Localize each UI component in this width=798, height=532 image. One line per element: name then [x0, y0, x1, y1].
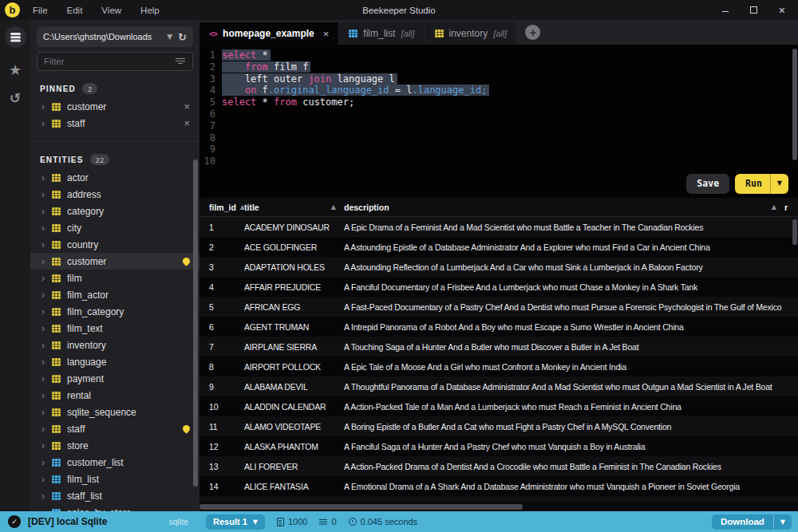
cell-description[interactable]: A Emotional Drama of a A Shark And a Dat…: [344, 482, 784, 491]
chevron-right-icon[interactable]: ›: [41, 172, 52, 183]
sidebar-item-city[interactable]: ›city: [30, 219, 200, 236]
table-row[interactable]: 4AFFAIR PREJUDICEA Fanciful Documentary …: [200, 277, 798, 297]
table-row[interactable]: 6AGENT TRUMANA Intrepid Panorama of a Ro…: [200, 317, 798, 337]
chevron-right-icon[interactable]: ›: [41, 223, 52, 234]
sidebar-item-customer[interactable]: ›customer: [30, 253, 200, 270]
run-options-caret-icon[interactable]: ▼: [770, 174, 788, 194]
cell-title[interactable]: ACE GOLDFINGER: [244, 242, 344, 252]
cell-film-id[interactable]: 3: [200, 262, 244, 272]
cell-description[interactable]: A Astounding Epistle of a Database Admin…: [344, 242, 784, 252]
chevron-right-icon[interactable]: ›: [41, 407, 52, 418]
chevron-right-icon[interactable]: ›: [41, 491, 52, 502]
cell-title[interactable]: AFFAIR PREJUDICE: [244, 282, 344, 292]
cell-description[interactable]: A Epic Drama of a Feminist And a Mad Sci…: [344, 223, 784, 232]
cell-title[interactable]: AGENT TRUMAN: [244, 322, 344, 332]
cell-description[interactable]: A Epic Tale of a Moose And a Girl who mu…: [344, 362, 784, 372]
sql-editor[interactable]: 12345678910 select * from film f left ou…: [200, 45, 798, 198]
chevron-right-icon[interactable]: ›: [41, 440, 52, 451]
download-options-caret-icon[interactable]: ▼: [773, 514, 792, 530]
table-row[interactable]: 13ALI FOREVERA Action-Packed Drama of a …: [200, 456, 798, 476]
cell-title[interactable]: AFRICAN EGG: [244, 302, 344, 312]
cell-description[interactable]: A Fanciful Saga of a Hunter And a Pastry…: [344, 442, 784, 451]
sidebar-item-language[interactable]: ›language: [30, 353, 200, 370]
tables-rail-button[interactable]: [5, 26, 26, 48]
chevron-right-icon[interactable]: ›: [41, 424, 52, 435]
menu-view[interactable]: View: [101, 6, 121, 15]
editor-scrollbar[interactable]: [792, 49, 797, 160]
cell-film-id[interactable]: 4: [200, 282, 244, 292]
cell-description[interactable]: A Astounding Reflection of a Lumberjack …: [344, 262, 784, 272]
cell-film-id[interactable]: 1: [200, 223, 244, 232]
table-row[interactable]: 1ACADEMY DINOSAURA Epic Drama of a Femin…: [200, 217, 798, 237]
cell-title[interactable]: ALICE FANTASIA: [244, 482, 344, 491]
sidebar-item-inventory[interactable]: ›inventory: [30, 337, 200, 353]
cell-description[interactable]: A Boring Epistle of a Butler And a Cat w…: [344, 422, 784, 432]
table-row[interactable]: 9ALABAMA DEVILA Thoughtful Panorama of a…: [200, 376, 798, 396]
cell-description[interactable]: A Fast-Paced Documentary of a Pastry Che…: [344, 302, 784, 312]
sidebar-item-category[interactable]: ›category: [30, 203, 200, 219]
sidebar-item-film_category[interactable]: ›film_category: [30, 303, 200, 320]
sidebar-item-film_actor[interactable]: ›film_actor: [30, 286, 200, 303]
table-row[interactable]: 10ALADDIN CALENDARA Action-Packed Tale o…: [200, 396, 798, 416]
cell-film-id[interactable]: 12: [200, 442, 244, 451]
sidebar-item-staff[interactable]: ›staff: [30, 420, 200, 437]
table-row[interactable]: 3ADAPTATION HOLESA Astounding Reflection…: [200, 257, 798, 277]
table-row[interactable]: 7AIRPLANE SIERRAA Touching Saga of a Hun…: [200, 337, 798, 357]
unpin-icon[interactable]: ×: [184, 117, 190, 129]
cell-description[interactable]: A Intrepid Panorama of a Robot And a Boy…: [344, 322, 784, 332]
cell-title[interactable]: ALABAMA DEVIL: [244, 382, 344, 392]
close-icon[interactable]: ×: [779, 5, 785, 16]
sidebar-item-customer_list[interactable]: ›customer_list: [30, 454, 200, 471]
results-vertical-scrollbar[interactable]: [792, 219, 797, 245]
cell-title[interactable]: ACADEMY DINOSAUR: [244, 223, 344, 232]
filter-icon[interactable]: [176, 58, 185, 65]
result-selector[interactable]: Result 1 ▼: [206, 514, 265, 530]
history-icon[interactable]: ↺: [10, 90, 21, 106]
cell-film-id[interactable]: 2: [200, 242, 244, 252]
column-header-description[interactable]: description▲: [344, 203, 784, 212]
chevron-right-icon[interactable]: ›: [41, 206, 52, 217]
sidebar-scrollbar[interactable]: [193, 160, 198, 487]
tab-homepage_example[interactable]: <>homepage_example×: [200, 22, 338, 45]
cell-title[interactable]: ALADDIN CALENDAR: [244, 402, 344, 412]
cell-film-id[interactable]: 10: [200, 402, 244, 412]
chevron-right-icon[interactable]: ›: [41, 340, 52, 351]
sidebar-item-sqlite_sequence[interactable]: ›sqlite_sequence: [30, 404, 200, 420]
table-row[interactable]: 11ALAMO VIDEOTAPEA Boring Epistle of a B…: [200, 416, 798, 436]
cell-film-id[interactable]: 7: [200, 342, 244, 352]
run-button-label[interactable]: Run: [735, 174, 770, 194]
cell-description[interactable]: A Fanciful Documentary of a Frisbee And …: [344, 282, 784, 292]
column-header-partial[interactable]: r: [784, 203, 798, 212]
column-header-title[interactable]: title▲: [244, 203, 344, 212]
chevron-right-icon[interactable]: ›: [41, 323, 52, 334]
sidebar-item-film_text[interactable]: ›film_text: [30, 320, 200, 337]
table-row[interactable]: 2ACE GOLDFINGERA Astounding Epistle of a…: [200, 237, 798, 257]
chevron-right-icon[interactable]: ›: [41, 390, 52, 401]
new-tab-button[interactable]: +: [525, 25, 540, 40]
tab-inventory[interactable]: inventory[all]: [425, 22, 517, 45]
chevron-right-icon[interactable]: ›: [41, 101, 52, 112]
cell-title[interactable]: ALI FOREVER: [244, 462, 344, 471]
menu-edit[interactable]: Edit: [67, 6, 83, 15]
chevron-right-icon[interactable]: ›: [41, 373, 52, 384]
table-row[interactable]: 8AIRPORT POLLOCKA Epic Tale of a Moose A…: [200, 357, 798, 376]
sort-icon[interactable]: ▲: [331, 203, 336, 211]
results-horizontal-scrollbar[interactable]: [200, 502, 798, 511]
close-icon[interactable]: ×: [323, 28, 330, 40]
cell-film-id[interactable]: 5: [200, 302, 244, 312]
connection-status[interactable]: ✓ [DEV] local Sqlite sqlite: [0, 511, 200, 532]
pinned-item-customer[interactable]: ›customer×: [30, 98, 200, 115]
sort-icon[interactable]: ▲: [772, 203, 776, 211]
pin-icon[interactable]: [181, 256, 192, 266]
cell-film-id[interactable]: 11: [200, 422, 244, 432]
chevron-right-icon[interactable]: ›: [41, 306, 52, 317]
menu-help[interactable]: Help: [140, 6, 160, 15]
scrollbar-thumb[interactable]: [200, 504, 523, 510]
menu-file[interactable]: File: [33, 6, 48, 15]
table-row[interactable]: 12ALASKA PHANTOMA Fanciful Saga of a Hun…: [200, 436, 798, 456]
chevron-right-icon[interactable]: ›: [41, 290, 52, 301]
cell-film-id[interactable]: 9: [200, 382, 244, 392]
chevron-right-icon[interactable]: ›: [41, 273, 52, 284]
unpin-icon[interactable]: ×: [184, 100, 190, 112]
cell-title[interactable]: AIRPLANE SIERRA: [244, 342, 344, 352]
